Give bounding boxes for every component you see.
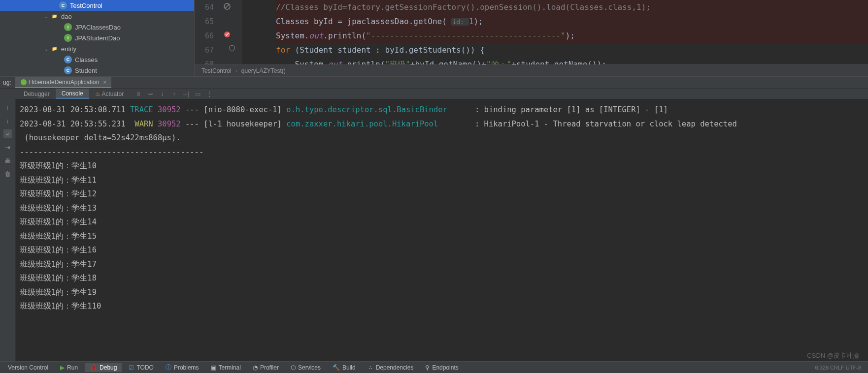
tree-item-jpaclassesdao[interactable]: IJPAClassesDao — [0, 22, 194, 32]
interface-icon: I — [64, 34, 72, 42]
soft-wrap-icon[interactable]: ⤶ — [3, 129, 12, 138]
down-icon[interactable]: ↓ — [3, 116, 12, 125]
btn-endpoints[interactable]: ⚲Endpoints — [420, 363, 463, 372]
tab-console[interactable]: Console — [56, 89, 89, 99]
debug-tool-tabs: Debugger Console ♨ Actuator ≡ ⤻ ↓ ↑ →| ▭… — [0, 88, 868, 99]
tree-label: Classes — [75, 56, 98, 63]
btn-profiler[interactable]: ◔Profiler — [248, 363, 284, 372]
line-number[interactable]: 66 — [205, 29, 214, 43]
line-number[interactable]: 65 — [205, 14, 214, 29]
tree-item-student[interactable]: CStudent — [0, 65, 194, 76]
run-label: ug: — [2, 79, 15, 86]
tree-label: dao — [61, 13, 72, 20]
tree-label: TestControl — [70, 2, 102, 9]
tree-item-entity[interactable]: ⌄📁entity — [0, 43, 194, 54]
line-number[interactable]: 64 — [205, 0, 214, 14]
btn-problems[interactable]: ⓘProblems — [161, 362, 204, 373]
class-icon: C — [64, 66, 72, 74]
watermark: CSDN @皮卡冲撞 — [807, 351, 859, 360]
editor[interactable]: 6465666768 //Classes byId=factory.getSes… — [195, 0, 868, 76]
status-right: 6:328 CRLF UTF-8 — [815, 365, 865, 371]
breakpoint-icon[interactable] — [223, 31, 231, 38]
code-area[interactable]: //Classes byId=factory.getSessionFactory… — [241, 0, 868, 64]
interface-icon: I — [64, 23, 72, 31]
breadcrumb-method[interactable]: queryLAZYTest() — [239, 67, 288, 74]
code-line-64: //Classes byId=factory.getSessionFactory… — [276, 2, 651, 12]
chevron-right-icon: › — [234, 67, 239, 74]
print-icon[interactable]: 🖶 — [3, 156, 12, 165]
frames-icon[interactable]: ▭ — [194, 91, 201, 97]
class-icon: C — [64, 56, 72, 63]
btn-services[interactable]: ⬡Services — [286, 363, 326, 372]
folder-icon: 📁 — [50, 12, 58, 20]
btn-version-control[interactable]: Version Control — [3, 363, 53, 372]
step-over-icon[interactable]: ⤻ — [146, 91, 154, 97]
run-tab-bar: ug: HibernateDemoApplication × — [0, 76, 868, 88]
btn-dependencies[interactable]: ⛬Dependencies — [363, 363, 419, 372]
bottom-tool-bar: Version Control ▶Run 🐞Debug ☑TODO ⓘProbl… — [0, 361, 868, 373]
tree-item-hibernatedemoapplication[interactable]: ⬤HibernateDemoApplication — [0, 76, 194, 76]
breadcrumb[interactable]: TestControl › queryLAZYTest() — [195, 64, 868, 76]
more-icon[interactable]: ⋮ — [205, 91, 213, 97]
project-tree[interactable]: CTestControl⌄📁daoIJPAClassesDaoIJPAStude… — [0, 0, 195, 76]
tab-debugger[interactable]: Debugger — [18, 89, 56, 99]
tree-item-dao[interactable]: ⌄📁dao — [0, 11, 194, 22]
btn-run[interactable]: ▶Run — [55, 363, 83, 372]
clear-icon[interactable]: 🗑 — [3, 169, 12, 178]
run-tab-app[interactable]: HibernateDemoApplication × — [15, 77, 111, 88]
no-entry-icon — [223, 2, 231, 10]
tree-label: Student — [75, 67, 97, 74]
list-icon[interactable]: ≡ — [134, 91, 142, 97]
tree-label: JPAStudentDao — [75, 34, 120, 42]
btn-build[interactable]: 🔨Build — [328, 363, 361, 372]
close-icon[interactable]: × — [103, 79, 106, 85]
console-toolbar: ↑ ↓ ⤶ ⇥ 🖶 🗑 — [0, 99, 16, 361]
line-number[interactable]: 68 — [205, 57, 214, 64]
svg-line-1 — [225, 4, 229, 8]
class-icon: C — [59, 1, 67, 9]
chevron-down-icon: ⌄ — [44, 46, 50, 52]
svg-point-3 — [21, 79, 27, 85]
step-into-icon[interactable]: ↓ — [158, 91, 166, 97]
shield-icon — [228, 44, 236, 52]
tree-label: entity — [61, 45, 76, 53]
editor-gutter: 6465666768 — [195, 0, 241, 64]
run-to-cursor-icon[interactable]: →| — [182, 91, 190, 97]
line-number[interactable]: 67 — [205, 43, 214, 57]
console-output[interactable]: 2023-08-31 20:53:08.711 TRACE 30952 --- … — [16, 99, 868, 361]
tree-item-jpastudentdao[interactable]: IJPAStudentDao — [0, 32, 194, 43]
tab-actuator[interactable]: ♨ Actuator — [89, 89, 130, 99]
tree-label: JPAClassesDao — [75, 24, 121, 31]
spring-icon — [20, 79, 27, 86]
scroll-end-icon[interactable]: ⇥ — [3, 143, 12, 152]
btn-todo[interactable]: ☑TODO — [124, 363, 158, 372]
chevron-down-icon: ⌄ — [44, 14, 50, 19]
folder-icon: 📁 — [50, 45, 58, 53]
up-icon[interactable]: ↑ — [3, 103, 12, 112]
btn-debug[interactable]: 🐞Debug — [85, 363, 122, 372]
breadcrumb-class[interactable]: TestControl — [200, 67, 234, 74]
step-out-icon[interactable]: ↑ — [170, 91, 178, 97]
tree-item-testcontrol[interactable]: CTestControl — [0, 0, 194, 11]
btn-terminal[interactable]: ▣Terminal — [206, 363, 246, 372]
tree-item-classes[interactable]: CClasses — [0, 54, 194, 65]
